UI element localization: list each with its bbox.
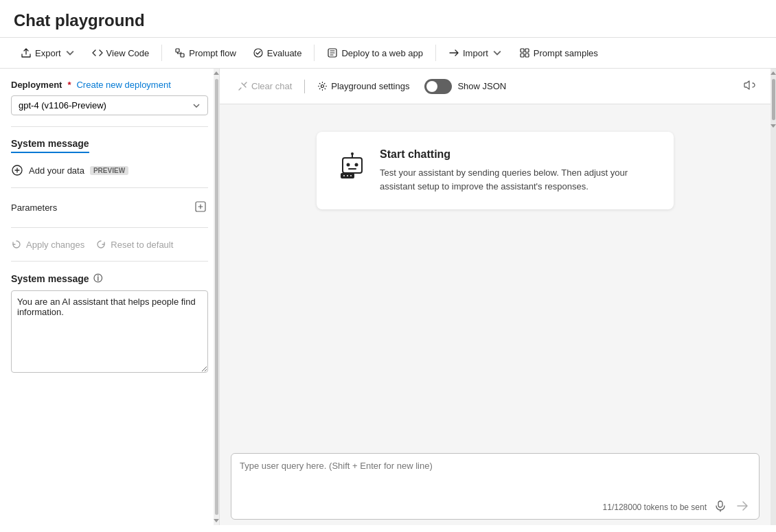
speaker-icon <box>743 78 757 92</box>
view-code-button[interactable]: View Code <box>85 43 157 62</box>
deployment-select[interactable]: gpt-4 (v1106-Preview) <box>11 95 208 115</box>
import-icon <box>448 47 459 58</box>
add-data-icon <box>11 164 23 176</box>
system-message-section: System message ⓘ You are an AI assistant… <box>11 273 208 375</box>
show-json-toggle-area: Show JSON <box>424 79 506 94</box>
chat-input[interactable] <box>240 461 751 495</box>
show-json-toggle[interactable] <box>424 79 452 94</box>
prompt-flow-button[interactable]: Prompt flow <box>168 43 243 62</box>
apply-icon <box>11 239 22 250</box>
clear-chat-button[interactable]: Clear chat <box>231 78 299 95</box>
card-title: Start chatting <box>380 148 654 161</box>
sys-message-info-icon: ⓘ <box>93 273 102 285</box>
create-new-deployment-link[interactable]: Create new deployment <box>76 80 170 90</box>
import-chevron-icon <box>492 47 503 58</box>
svg-rect-4 <box>521 49 524 52</box>
send-icon <box>736 500 749 512</box>
sidebar: Deployment * Create new deployment gpt-4… <box>0 69 220 525</box>
svg-rect-1 <box>181 54 184 57</box>
token-count: 11/128000 tokens to be sent <box>603 502 707 512</box>
svg-rect-0 <box>176 49 179 52</box>
toolbar-separator-3 <box>435 45 436 61</box>
right-scroll-down[interactable] <box>771 124 776 128</box>
section-divider-2 <box>11 187 208 188</box>
required-marker: * <box>67 80 71 90</box>
parameters-label: Parameters <box>11 203 57 213</box>
system-message-textarea[interactable]: You are an AI assistant that helps peopl… <box>11 290 208 373</box>
svg-rect-5 <box>525 49 529 52</box>
import-button[interactable]: Import <box>442 43 510 62</box>
section-divider-1 <box>11 126 208 127</box>
start-chatting-card: Start chatting Test your assistant by se… <box>317 132 674 209</box>
show-json-label: Show JSON <box>457 81 506 91</box>
start-card-content: Start chatting Test your assistant by se… <box>380 148 654 193</box>
reset-to-default-button[interactable]: Reset to default <box>95 239 173 250</box>
send-button[interactable] <box>734 498 751 516</box>
preview-badge: PREVIEW <box>90 166 128 175</box>
parameters-row: Parameters <box>11 199 208 216</box>
reset-icon <box>95 239 106 250</box>
page-title: Chat playground <box>14 11 762 30</box>
toolbar-separator-1 <box>161 45 162 61</box>
bot-icon <box>337 150 367 180</box>
gear-icon <box>317 81 328 91</box>
svg-rect-20 <box>718 501 722 507</box>
chat-input-box: 11/128000 tokens to be sent <box>231 453 760 520</box>
add-parameter-button[interactable] <box>193 199 208 216</box>
scroll-up-arrow[interactable] <box>214 71 219 75</box>
deployment-label: Deployment * Create new deployment <box>11 80 208 90</box>
playground-settings-button[interactable]: Playground settings <box>310 78 416 95</box>
page-header: Chat playground <box>0 0 776 38</box>
svg-rect-11 <box>343 158 362 173</box>
svg-point-12 <box>347 163 350 167</box>
add-param-icon <box>194 200 207 213</box>
scroll-down-arrow[interactable] <box>214 519 219 522</box>
chat-toolbar-sep <box>304 80 305 93</box>
svg-point-13 <box>355 163 358 167</box>
apply-changes-button[interactable]: Apply changes <box>11 239 84 250</box>
chat-input-area: 11/128000 tokens to be sent <box>220 445 771 525</box>
section-divider-3 <box>11 227 208 228</box>
chat-area: Clear chat Playground settings Show JSON <box>220 69 771 525</box>
card-desc: Test your assistant by sending queries b… <box>380 166 654 193</box>
chat-messages: Start chatting Test your assistant by se… <box>220 104 771 445</box>
prompt-samples-button[interactable]: Prompt samples <box>512 43 605 62</box>
speaker-button[interactable] <box>740 76 760 97</box>
toggle-knob <box>426 81 437 92</box>
toolbar-separator-2 <box>314 45 315 61</box>
sidebar-scrollbar[interactable] <box>214 69 219 525</box>
chat-toolbar-right <box>740 76 760 97</box>
svg-point-2 <box>254 49 262 57</box>
deploy-button[interactable]: Deploy to a web app <box>320 43 430 62</box>
prompt-flow-icon <box>174 47 185 58</box>
scroll-thumb <box>215 79 218 515</box>
main-layout: Deployment * Create new deployment gpt-4… <box>0 69 776 525</box>
svg-point-18 <box>347 175 348 176</box>
svg-rect-6 <box>521 54 524 57</box>
section-divider-4 <box>11 261 208 262</box>
deployment-section: Deployment * Create new deployment gpt-4… <box>11 80 208 115</box>
deploy-icon <box>327 47 338 58</box>
microphone-button[interactable] <box>712 498 729 516</box>
right-scrollbar[interactable] <box>771 69 776 525</box>
grid-icon <box>519 47 530 58</box>
right-scroll-thumb <box>772 79 775 120</box>
export-button[interactable]: Export <box>14 43 82 62</box>
evaluate-icon <box>253 47 264 58</box>
export-chevron-icon <box>65 47 76 58</box>
chat-toolbar: Clear chat Playground settings Show JSON <box>220 69 771 104</box>
right-scroll-up[interactable] <box>771 71 776 75</box>
clear-chat-icon <box>238 81 248 91</box>
add-your-data-row[interactable]: Add your data PREVIEW <box>11 164 208 176</box>
svg-point-10 <box>321 85 324 88</box>
system-message-tab[interactable]: System message <box>11 138 208 156</box>
evaluate-button[interactable]: Evaluate <box>246 43 309 62</box>
code-icon <box>92 47 103 58</box>
export-icon <box>21 47 32 58</box>
svg-point-19 <box>350 175 352 176</box>
svg-point-17 <box>343 175 345 176</box>
sidebar-scroll-area[interactable]: Deployment * Create new deployment gpt-4… <box>0 69 219 525</box>
action-buttons: Apply changes Reset to default <box>11 239 208 250</box>
svg-point-15 <box>351 152 354 155</box>
svg-rect-7 <box>525 54 529 57</box>
